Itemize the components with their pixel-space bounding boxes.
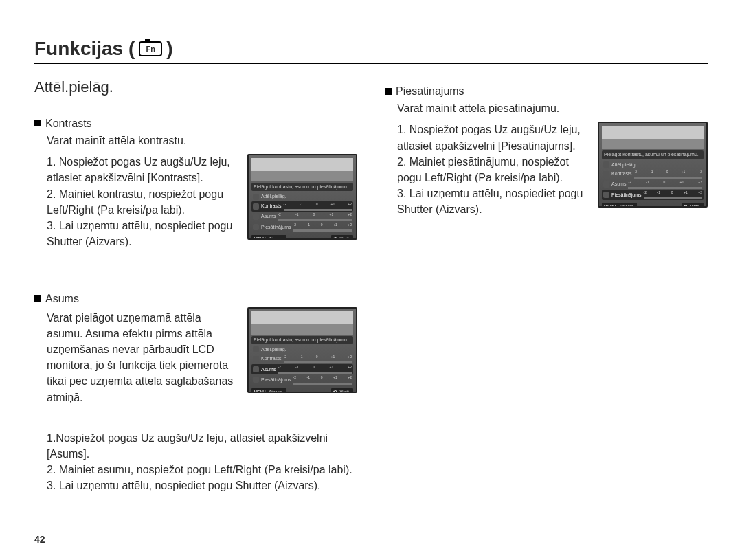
page-number: 42 [34,534,45,545]
camera-fn-icon: Fn [139,41,162,56]
contrast-step-2: 2. Mainiet kontrastu, nospiežot pogu Lef… [47,186,238,218]
saturation-step-2: 2. Mainiet piesātinājumu, nospiežot pogu… [397,154,588,186]
contrast-desc: Varat mainīt attēla kontrastu. [47,133,357,148]
sharpness-heading: Asums [34,291,357,306]
cam-preview [251,311,353,335]
saturation-icon [603,192,609,198]
sharpness-desc: Varat pielāgot uzņemamā attēla asumu. As… [47,310,238,405]
cam-hint: Pielāgot kontrastu, asumu un piesātināju… [251,183,353,191]
gear-icon [253,346,259,352]
cam-preview [602,126,704,149]
saturation-label: Piesātinājums [396,83,464,99]
cam-preview [251,158,353,181]
sharpness-steps: 1.Nospiežot pogas Uz augšu/Uz leju, atla… [47,430,357,494]
sharpness-icon [253,214,259,220]
gear-icon [253,194,259,200]
saturation-icon [253,224,259,230]
cam-hint: Pielāgot kontrastu, asumu un piesātināju… [602,150,704,159]
saturation-icon [253,377,259,383]
right-column: Piesātinājums Varat mainīt attēla piesāt… [385,76,708,493]
saturation-desc: Varat mainīt attēla piesātinājumu. [397,100,708,116]
bullet-square-icon [385,88,392,95]
contrast-icon [253,203,259,210]
contrast-step-3: 3. Lai uzņemtu attēlu, nospiediet pogu S… [47,218,238,249]
contrast-camera-screenshot: Pielāgot kontrastu, asumu un piesātināju… [247,154,357,240]
saturation-steps: 1. Nospiežot pogas Uz augšu/Uz leju, atl… [397,122,588,217]
sharpness-icon [253,366,259,372]
bullet-square-icon [34,295,41,302]
contrast-icon [603,171,609,177]
contrast-icon [253,356,259,362]
saturation-step-3: 3. Lai uzņemtu attēlu, nospiediet pogu S… [397,186,588,217]
title-suffix: ) [166,38,172,60]
contrast-step-1: 1. Nospiežot pogas Uz augšu/Uz leju, atl… [47,154,238,186]
sharpness-step-3: 3. Lai uzņemtu attēlu, nospiediet pogu S… [47,478,357,493]
sharpness-icon [603,181,609,188]
contrast-label: Kontrasts [45,115,92,131]
left-column: Attēl.pielāg. Kontrasts Varat mainīt att… [34,76,357,493]
gear-icon [603,161,609,168]
cam-hint: Pielāgot kontrastu, asumu un piesātināju… [251,336,353,344]
bullet-square-icon [34,120,41,126]
saturation-step-1: 1. Nospiežot pogas Uz augšu/Uz leju, atl… [397,122,588,153]
saturation-heading: Piesātinājums [385,83,708,99]
sharpness-step-2: 2. Mainiet asumu, nospiežot pogu Left/Ri… [47,462,357,478]
saturation-camera-screenshot: Pielāgot kontrastu, asumu un piesātināju… [598,122,708,208]
page-title: Funkcijas ( Fn ) [34,38,708,64]
sharpness-label: Asums [45,291,79,306]
contrast-heading: Kontrasts [34,115,357,131]
contrast-steps: 1. Nospiežot pogas Uz augšu/Uz leju, atl… [47,154,238,249]
sharpness-step-1: 1.Nospiežot pogas Uz augšu/Uz leju, atla… [47,430,357,462]
sharpness-camera-screenshot: Pielāgot kontrastu, asumu un piesātināju… [247,307,357,393]
content-columns: Attēl.pielāg. Kontrasts Varat mainīt att… [34,76,708,493]
title-prefix: Funkcijas ( [34,38,135,60]
section-heading: Attēl.pielāg. [34,76,350,100]
